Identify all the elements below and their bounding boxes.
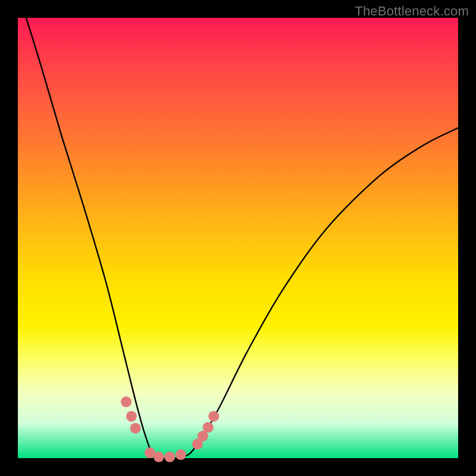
bottleneck-curve-svg bbox=[18, 18, 458, 458]
curve-marker bbox=[164, 452, 175, 462]
curve-markers bbox=[121, 396, 219, 462]
curve-marker bbox=[130, 423, 141, 434]
curve-marker bbox=[176, 449, 186, 460]
curve-marker bbox=[154, 452, 164, 462]
curve-marker bbox=[203, 422, 214, 433]
attribution-label: TheBottleneck.com bbox=[355, 4, 469, 19]
bottleneck-curve bbox=[18, 0, 458, 460]
curve-marker bbox=[208, 411, 219, 422]
curve-marker bbox=[121, 396, 131, 407]
curve-marker bbox=[126, 411, 137, 422]
